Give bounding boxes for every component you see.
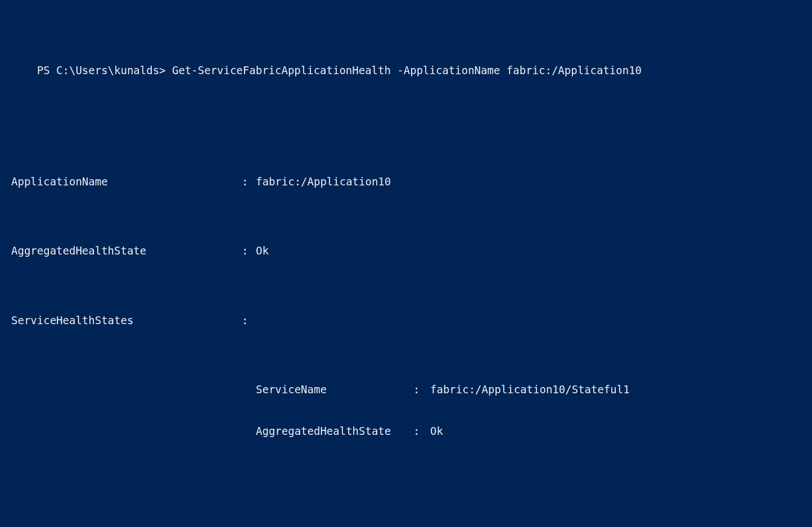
nested-label: AggregatedHealthState — [256, 424, 413, 438]
separator: : — [242, 175, 256, 189]
nested-label: ServiceName — [256, 383, 413, 397]
powershell-terminal[interactable]: PS C:\Users\kunalds> Get-ServiceFabricAp… — [11, 8, 801, 527]
property-value: Ok — [256, 244, 269, 258]
separator: : — [242, 314, 256, 328]
command-text: Get-ServiceFabricApplicationHealth -Appl… — [172, 64, 642, 76]
separator: : — [242, 244, 256, 258]
prompt-prefix: PS C:\Users\kunalds> — [37, 64, 172, 76]
property-label: AggregatedHealthState — [11, 244, 242, 258]
property-label: ServiceHealthStates — [11, 314, 242, 328]
output-row: ServiceHealthStates: — [11, 314, 801, 328]
output-row: ApplicationName: fabric:/Application10 — [11, 175, 801, 189]
nested-row: AggregatedHealthState: Ok — [11, 424, 801, 438]
prompt-line: PS C:\Users\kunalds> Get-ServiceFabricAp… — [11, 49, 801, 91]
nested-value: Ok — [430, 424, 443, 438]
separator: : — [413, 383, 430, 397]
nested-value: fabric:/Application10/Stateful1 — [430, 383, 630, 397]
nested-row: ServiceName: fabric:/Application10/State… — [11, 383, 801, 397]
separator: : — [413, 424, 430, 438]
property-value: fabric:/Application10 — [256, 175, 391, 189]
property-label: ApplicationName — [11, 175, 242, 189]
output-row: AggregatedHealthState: Ok — [11, 244, 801, 258]
